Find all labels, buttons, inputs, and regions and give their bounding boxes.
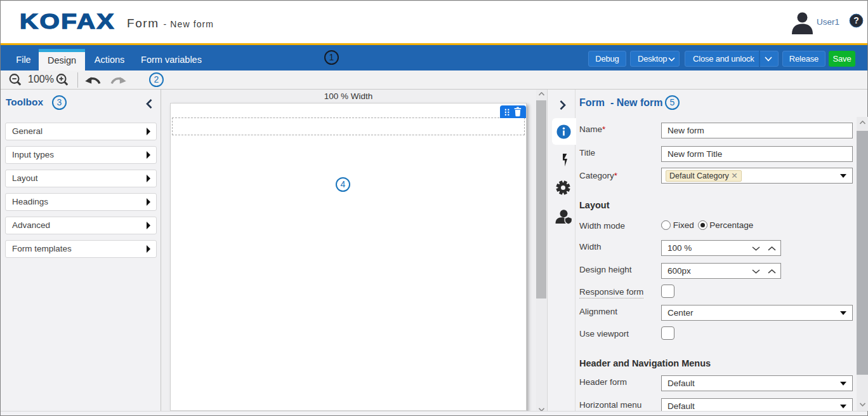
svg-text:?: ? bbox=[853, 15, 859, 25]
